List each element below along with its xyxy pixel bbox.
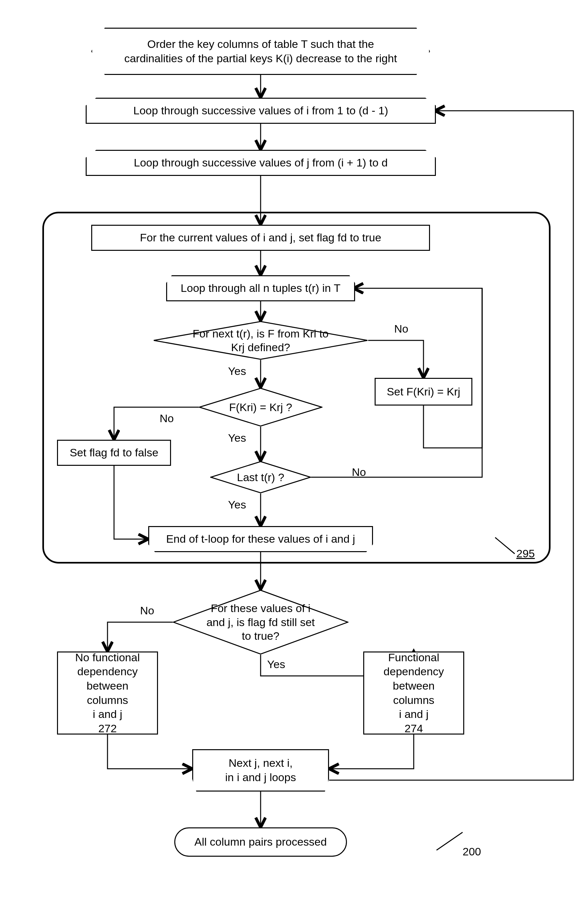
line: 272 xyxy=(99,721,117,736)
line: in i and j loops xyxy=(225,770,296,785)
node-text: For next t(r), is F from Kri to Krj defi… xyxy=(153,327,368,354)
node-decision-F-defined: For next t(r), is F from Kri to Krj defi… xyxy=(153,321,368,360)
line: between columns xyxy=(65,679,150,707)
node-text: Last t(r) ? xyxy=(221,470,300,484)
node-text: Set F(Kri) = Krj xyxy=(387,385,460,399)
line: Functional xyxy=(388,650,439,665)
ref-200: 200 xyxy=(463,845,481,858)
node-next-ij: Next j, next i, in i and j loops xyxy=(192,749,329,792)
line: 274 xyxy=(405,721,423,736)
label-yes: Yes xyxy=(228,432,246,444)
node-text: Loop through all n tuples t(r) in T xyxy=(181,281,341,295)
flowchart-canvas: Order the key columns of table T such th… xyxy=(0,0,588,915)
label-no: No xyxy=(140,604,154,617)
node-all-processed: All column pairs processed xyxy=(174,827,347,857)
node-text: Order the key columns of table T such th… xyxy=(118,37,403,66)
node-end-t-loop: End of t-loop for these values of i and … xyxy=(148,526,373,552)
label-yes: Yes xyxy=(228,365,246,378)
node-decision-last-t: Last t(r) ? xyxy=(210,461,311,494)
line: dependency xyxy=(383,665,444,679)
label-no: No xyxy=(352,466,366,479)
node-loop-j: Loop through successive values of j from… xyxy=(86,150,436,176)
line: Next j, next i, xyxy=(229,756,293,770)
label-no: No xyxy=(394,323,408,335)
line: No functional xyxy=(75,650,140,665)
label-yes: Yes xyxy=(228,499,246,511)
node-text: F(Kri) = Krj ? xyxy=(210,400,312,414)
node-func-dep: Functional dependency between columns i … xyxy=(363,652,464,734)
line: between columns xyxy=(371,679,457,707)
node-text: For these values of i and j, is flag fd … xyxy=(173,601,349,643)
node-decision-fd-still-true: For these values of i and j, is flag fd … xyxy=(173,590,349,655)
label-no: No xyxy=(160,412,174,425)
ref-295: 295 xyxy=(516,547,535,560)
node-text: End of t-loop for these values of i and … xyxy=(166,532,355,546)
node-set-fd-true: For the current values of i and j, set f… xyxy=(91,225,430,251)
node-text: All column pairs processed xyxy=(194,835,327,849)
node-no-func-dep: No functional dependency between columns… xyxy=(57,652,158,734)
node-order-columns: Order the key columns of table T such th… xyxy=(91,28,430,75)
node-text: Loop through successive values of j from… xyxy=(134,156,388,170)
svg-line-11 xyxy=(436,832,463,850)
node-text: For the current values of i and j, set f… xyxy=(140,231,381,245)
node-set-fd-false: Set flag fd to false xyxy=(57,440,171,466)
line: i and j xyxy=(399,707,429,721)
node-text: Set flag fd to false xyxy=(70,445,158,460)
label-yes: Yes xyxy=(267,658,285,671)
node-decision-F-equals: F(Kri) = Krj ? xyxy=(199,387,323,427)
node-set-F: Set F(Kri) = Krj xyxy=(375,378,472,405)
node-loop-tuples: Loop through all n tuples t(r) in T xyxy=(166,275,355,301)
line: i and j xyxy=(93,707,123,721)
node-loop-i: Loop through successive values of i from… xyxy=(86,98,436,124)
svg-line-10 xyxy=(495,537,515,554)
line: dependency xyxy=(77,665,137,679)
node-text: Loop through successive values of i from… xyxy=(133,103,388,118)
